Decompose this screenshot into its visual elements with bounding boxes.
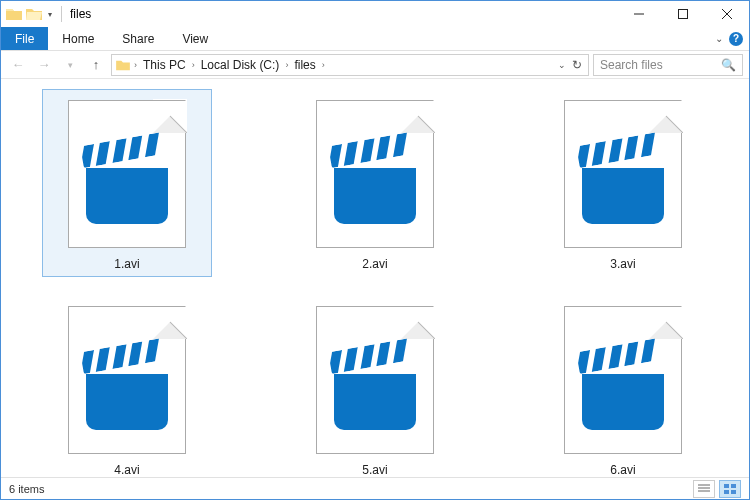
navigation-bar: ← → ▾ ↑ › This PC › Local Disk (C:) › fi… bbox=[1, 51, 749, 79]
svg-rect-0 bbox=[679, 10, 688, 19]
address-dropdown-icon[interactable]: ⌄ bbox=[558, 60, 566, 70]
svg-rect-3 bbox=[724, 490, 729, 494]
file-name: 1.avi bbox=[110, 256, 143, 272]
title-bar: ▾ files bbox=[1, 1, 749, 27]
video-file-icon bbox=[558, 94, 688, 254]
forward-button[interactable]: → bbox=[33, 54, 55, 76]
file-item[interactable]: 4.avi bbox=[42, 295, 212, 477]
status-item-count: 6 items bbox=[9, 483, 44, 495]
chevron-right-icon[interactable]: › bbox=[132, 60, 139, 70]
file-name: 3.avi bbox=[606, 256, 639, 272]
large-icons-view-button[interactable] bbox=[719, 480, 741, 498]
breadcrumb-folder[interactable]: files bbox=[290, 58, 319, 72]
tab-file[interactable]: File bbox=[1, 27, 48, 50]
folder-icon bbox=[114, 59, 132, 71]
folder-open-icon[interactable] bbox=[25, 5, 43, 23]
file-item[interactable]: 3.avi bbox=[538, 89, 708, 277]
file-item[interactable]: 5.avi bbox=[290, 295, 460, 477]
close-button[interactable] bbox=[705, 1, 749, 27]
address-bar[interactable]: › This PC › Local Disk (C:) › files › ⌄ … bbox=[111, 54, 589, 76]
video-file-icon bbox=[62, 300, 192, 460]
breadcrumb-this-pc[interactable]: This PC bbox=[139, 58, 190, 72]
file-name: 5.avi bbox=[358, 462, 391, 477]
video-file-icon bbox=[62, 94, 192, 254]
status-bar: 6 items bbox=[1, 477, 749, 499]
separator bbox=[61, 6, 62, 22]
file-item[interactable]: 6.avi bbox=[538, 295, 708, 477]
minimize-button[interactable] bbox=[617, 1, 661, 27]
file-name: 4.avi bbox=[110, 462, 143, 477]
ribbon-tabs: File Home Share View ⌄ ? bbox=[1, 27, 749, 51]
search-input[interactable]: Search files 🔍 bbox=[593, 54, 743, 76]
details-view-button[interactable] bbox=[693, 480, 715, 498]
video-file-icon bbox=[310, 94, 440, 254]
refresh-icon[interactable]: ↻ bbox=[572, 58, 582, 72]
recent-locations-dropdown[interactable]: ▾ bbox=[59, 54, 81, 76]
chevron-right-icon[interactable]: › bbox=[283, 60, 290, 70]
tab-share[interactable]: Share bbox=[108, 27, 168, 50]
folder-icon bbox=[5, 5, 23, 23]
svg-rect-2 bbox=[731, 484, 736, 488]
chevron-right-icon[interactable]: › bbox=[190, 60, 197, 70]
svg-rect-1 bbox=[724, 484, 729, 488]
file-name: 2.avi bbox=[358, 256, 391, 272]
chevron-right-icon[interactable]: › bbox=[320, 60, 327, 70]
file-name: 6.avi bbox=[606, 462, 639, 477]
up-button[interactable]: ↑ bbox=[85, 54, 107, 76]
file-pane[interactable]: 1.avi 2.avi 3.avi bbox=[1, 79, 749, 477]
svg-rect-4 bbox=[731, 490, 736, 494]
quick-access-dropdown-icon[interactable]: ▾ bbox=[45, 5, 55, 23]
tab-view[interactable]: View bbox=[168, 27, 222, 50]
help-icon[interactable]: ? bbox=[729, 32, 743, 46]
breadcrumb-drive[interactable]: Local Disk (C:) bbox=[197, 58, 284, 72]
tab-home[interactable]: Home bbox=[48, 27, 108, 50]
search-icon: 🔍 bbox=[721, 58, 736, 72]
search-placeholder: Search files bbox=[600, 58, 717, 72]
video-file-icon bbox=[558, 300, 688, 460]
back-button[interactable]: ← bbox=[7, 54, 29, 76]
maximize-button[interactable] bbox=[661, 1, 705, 27]
video-file-icon bbox=[310, 300, 440, 460]
file-item[interactable]: 2.avi bbox=[290, 89, 460, 277]
file-item[interactable]: 1.avi bbox=[42, 89, 212, 277]
window-title: files bbox=[70, 7, 91, 21]
ribbon-expand-icon[interactable]: ⌄ bbox=[715, 33, 723, 44]
